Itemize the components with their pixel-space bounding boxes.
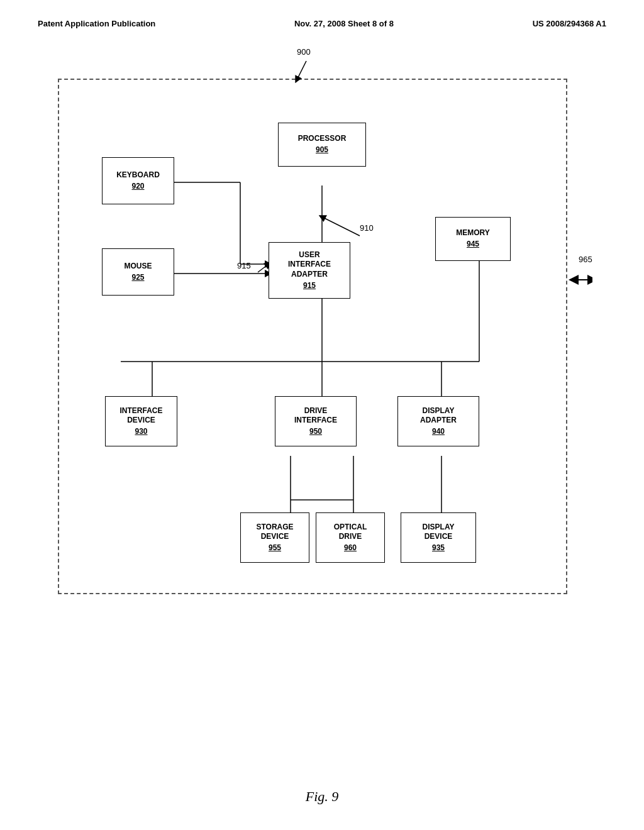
display-device-box: DISPLAY DEVICE 935 <box>401 512 476 563</box>
memory-box: MEMORY 945 <box>435 217 511 261</box>
ref-965-label: 965 <box>579 255 592 264</box>
diagram-area: 900 <box>52 47 592 613</box>
ref-900-label: 900 <box>297 47 311 57</box>
ref-910-label: 910 <box>360 223 374 233</box>
storage-device-box: STORAGE DEVICE 955 <box>240 512 309 563</box>
display-adapter-box: DISPLAY ADAPTER 940 <box>397 396 479 446</box>
header-middle: Nov. 27, 2008 Sheet 8 of 8 <box>294 19 394 28</box>
ref-915-label: 915 <box>237 261 251 270</box>
keyboard-box: KEYBOARD 920 <box>102 157 174 204</box>
interface-device-box: INTERFACE DEVICE 930 <box>105 396 177 446</box>
optical-drive-box: OPTICAL DRIVE 960 <box>316 512 385 563</box>
processor-box: PROCESSOR 905 <box>278 123 366 167</box>
mouse-box: MOUSE 925 <box>102 248 174 296</box>
ui-adapter-box: USER INTERFACE ADAPTER 915 <box>269 242 350 299</box>
header-left: Patent Application Publication <box>38 19 155 28</box>
drive-interface-box: DRIVE INTERFACE 950 <box>275 396 357 446</box>
figure-caption: Fig. 9 <box>306 788 339 805</box>
header-right: US 2008/294368 A1 <box>533 19 606 28</box>
svg-line-0 <box>297 61 306 80</box>
